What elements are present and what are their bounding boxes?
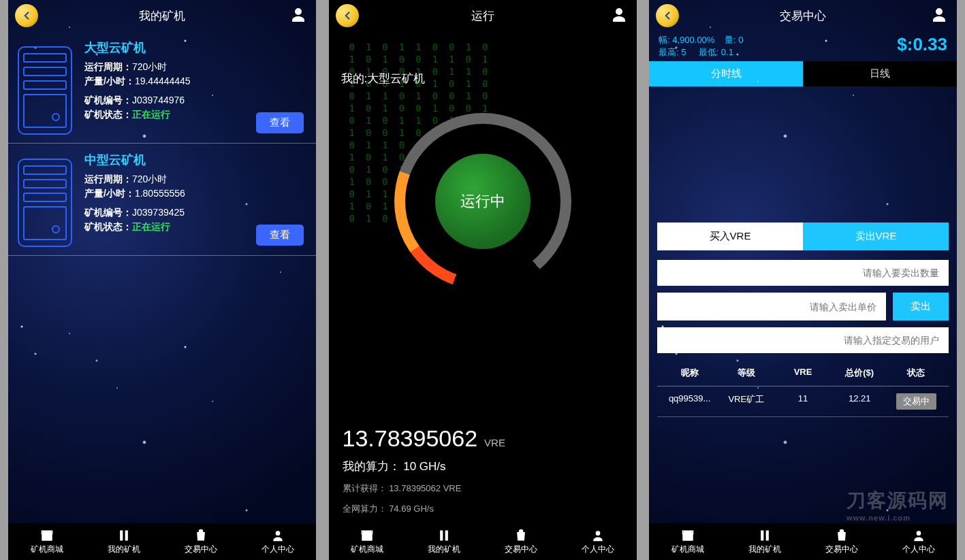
miner-card: 中型云矿机运行周期：720小时产量/小时：1.80555556矿机编号：J039…: [8, 144, 316, 256]
bottom-nav: 矿机商城我的矿机交易中心个人中心: [8, 523, 316, 560]
svg-rect-4: [362, 533, 373, 540]
trade-content: 买入VRE 卖出VRE 卖出 昵称等级VRE总价($)状态 qq99539...…: [649, 86, 957, 523]
back-arrow-icon: [661, 10, 674, 22]
mine-name-line: 我的:大型云矿机: [341, 71, 426, 86]
my-hashrate: 我的算力： 10 GH/s: [343, 459, 623, 474]
back-arrow-icon: [20, 10, 33, 22]
trade-form: 买入VRE 卖出VRE 卖出 昵称等级VRE总价($)状态 qq99539...…: [657, 223, 949, 417]
screen-trade-center: 交易中心 幅: 4,900.00% 量: 0 最高: 5 最低: 0.1 $:0…: [649, 0, 957, 560]
svg-rect-0: [42, 533, 52, 540]
nav-item[interactable]: 我的矿机: [85, 523, 162, 560]
stats-block: 13.78395062 VRE 我的算力： 10 GH/s 累计获得： 13.7…: [343, 425, 623, 515]
chart-tabs: 分时线 日线: [649, 61, 957, 86]
bottom-nav: 矿机商城我的矿机交易中心个人中心: [649, 523, 957, 560]
table-row: qq99539...VRE矿工1112.21交易中: [657, 386, 949, 417]
sell-submit-button[interactable]: 卖出: [893, 293, 949, 320]
quantity-input[interactable]: [657, 260, 949, 286]
dial-ring: 运行中: [394, 113, 571, 290]
sell-tab[interactable]: 卖出VRE: [803, 223, 949, 250]
ticker-left: 幅: 4,900.00% 量: 0 最高: 5 最低: 0.1: [659, 34, 743, 59]
back-button[interactable]: [656, 4, 679, 27]
back-button[interactable]: [336, 4, 359, 27]
miner-name: 中型云矿机: [84, 152, 308, 168]
svg-rect-2: [120, 530, 123, 540]
tab-day[interactable]: 日线: [803, 61, 957, 86]
svg-rect-11: [765, 530, 768, 540]
page-title: 运行: [471, 8, 494, 24]
page-title: 交易中心: [780, 8, 826, 24]
nav-item[interactable]: 交易中心: [162, 523, 239, 560]
server-icon: [18, 46, 72, 135]
nav-item[interactable]: 我的矿机: [726, 523, 803, 560]
status-badge[interactable]: 交易中: [896, 393, 936, 410]
page-title: 我的矿机: [139, 8, 185, 24]
profile-icon-button[interactable]: [931, 7, 947, 23]
back-arrow-icon: [341, 10, 353, 22]
nav-item[interactable]: 个人中心: [239, 523, 316, 560]
nav-item[interactable]: 交易中心: [483, 523, 560, 560]
server-icon: [18, 159, 72, 247]
screen-my-miners: 我的矿机 大型云矿机运行周期：720小时产量/小时：19.44444445矿机编…: [8, 0, 316, 560]
nav-item[interactable]: 矿机商城: [329, 523, 406, 560]
tab-minute[interactable]: 分时线: [649, 61, 803, 86]
buy-tab[interactable]: 买入VRE: [657, 223, 803, 250]
bottom-nav: 矿机商城我的矿机交易中心个人中心: [329, 523, 637, 560]
header: 我的矿机: [8, 0, 316, 31]
running-content: 我的:大型云矿机 运行中 13.78395062 VRE 我的算力： 10 GH…: [329, 31, 637, 523]
nav-item[interactable]: 交易中心: [803, 523, 880, 560]
svg-rect-6: [440, 530, 443, 540]
svg-rect-3: [125, 530, 127, 540]
nav-item[interactable]: 矿机商城: [649, 523, 726, 560]
progress-dial: 运行中: [394, 113, 571, 290]
svg-rect-10: [761, 530, 763, 540]
screen-running: 010110010 101001101 010010110 100101010 …: [329, 0, 637, 560]
miner-card: 大型云矿机运行周期：720小时产量/小时：19.44444445矿机编号：J03…: [8, 31, 316, 144]
header: 交易中心: [649, 0, 957, 31]
earned-vre: 13.78395062 VRE: [343, 425, 623, 452]
total-earned: 累计获得： 13.78395062 VRE: [343, 482, 623, 495]
buy-sell-tabs: 买入VRE 卖出VRE: [657, 223, 949, 250]
miner-list: 大型云矿机运行周期：720小时产量/小时：19.44444445矿机编号：J03…: [8, 31, 316, 523]
miner-name: 大型云矿机: [84, 39, 308, 56]
profile-icon-button[interactable]: [611, 7, 627, 23]
svg-rect-7: [445, 530, 448, 540]
view-button[interactable]: 查看: [256, 112, 304, 133]
price-bar: 幅: 4,900.00% 量: 0 最高: 5 最低: 0.1 $:0.33: [649, 31, 957, 61]
current-price: $:0.33: [897, 34, 947, 59]
nav-item[interactable]: 我的矿机: [406, 523, 483, 560]
dial-status: 运行中: [435, 154, 531, 249]
orders-table-body: qq99539...VRE矿工1112.21交易中: [657, 386, 949, 417]
back-button[interactable]: [15, 4, 38, 27]
user-icon: [931, 7, 947, 23]
nav-item[interactable]: 个人中心: [880, 523, 957, 560]
header: 运行: [329, 0, 637, 31]
view-button[interactable]: 查看: [256, 225, 304, 246]
nav-item[interactable]: 矿机商城: [8, 523, 85, 560]
nav-item[interactable]: 个人中心: [560, 523, 637, 560]
user-icon: [290, 7, 306, 23]
target-user-input[interactable]: [657, 327, 949, 353]
orders-table-header: 昵称等级VRE总价($)状态: [657, 360, 949, 386]
profile-icon-button[interactable]: [290, 7, 306, 23]
network-hashrate: 全网算力： 74.69 GH/s: [343, 503, 623, 515]
svg-rect-8: [682, 533, 693, 540]
price-input[interactable]: [657, 293, 886, 320]
user-icon: [611, 7, 627, 23]
